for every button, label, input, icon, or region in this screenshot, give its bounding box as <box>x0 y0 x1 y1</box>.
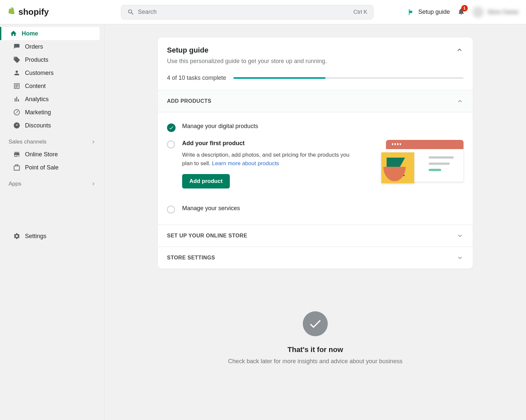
person-icon <box>13 69 20 77</box>
progress-text: 4 of 10 tasks complete <box>167 75 226 81</box>
section-head-store-settings[interactable]: STORE SETTINGS <box>158 247 473 269</box>
marketing-icon <box>13 109 20 116</box>
orders-icon <box>13 43 20 50</box>
chevron-right-icon <box>90 181 96 187</box>
logo-text: shopify <box>18 7 49 17</box>
progress-fill <box>233 77 325 79</box>
chevron-down-icon <box>456 232 464 239</box>
analytics-icon <box>13 96 20 103</box>
sidebar-item-settings[interactable]: Settings <box>3 230 101 243</box>
notification-badge: 1 <box>461 5 468 11</box>
content-icon <box>13 82 20 90</box>
shopify-logo[interactable]: shopify <box>7 7 49 17</box>
store-icon <box>13 151 20 158</box>
apps-header[interactable]: Apps <box>0 174 104 190</box>
section-store-settings: STORE SETTINGS <box>158 247 473 269</box>
sales-channels-header[interactable]: Sales channels <box>0 132 104 148</box>
empty-state-title: That's it for now <box>158 345 473 354</box>
main-content: Setup guide Use this personalized guide … <box>105 24 526 420</box>
check-circle-icon <box>167 123 176 132</box>
setup-guide-subtitle: Use this personalized guide to get your … <box>167 58 456 65</box>
topbar: shopify Search Ctrl K Setup guide 1 Stor… <box>0 0 526 24</box>
task-add-first-product[interactable]: Add your first product Write a descripti… <box>167 136 464 192</box>
sidebar-item-point-of-sale[interactable]: Point of Sale <box>3 161 101 174</box>
avatar <box>472 7 484 18</box>
user-menu[interactable]: Store Owner <box>472 7 519 18</box>
section-add-products: ADD PRODUCTS Manage your digital product… <box>158 90 473 225</box>
home-icon <box>10 30 17 37</box>
chevron-up-icon <box>456 98 464 105</box>
task-description: Write a description, add photos, and set… <box>182 151 353 167</box>
checkmark-circle-icon <box>303 311 328 336</box>
sidebar-item-online-store[interactable]: Online Store <box>3 148 101 161</box>
chevron-down-icon <box>456 254 464 261</box>
tag-icon <box>13 56 20 63</box>
search-shortcut: Ctrl K <box>353 9 368 15</box>
flag-icon <box>408 9 415 16</box>
sidebar-item-orders[interactable]: Orders <box>3 40 101 53</box>
setup-guide-link[interactable]: Setup guide <box>408 9 450 16</box>
learn-more-link[interactable]: Learn more about products <box>212 160 279 166</box>
add-product-button[interactable]: Add product <box>182 174 230 188</box>
sidebar-item-products[interactable]: Products <box>3 53 101 66</box>
section-head-online-store[interactable]: SET UP YOUR ONLINE STORE <box>158 225 473 247</box>
setup-guide-card: Setup guide Use this personalized guide … <box>158 37 473 269</box>
task-manage-digital-products[interactable]: Manage your digital products <box>167 119 464 136</box>
sidebar-item-customers[interactable]: Customers <box>3 66 101 79</box>
sidebar-item-discounts[interactable]: Discounts <box>3 119 101 132</box>
pos-icon <box>13 164 20 171</box>
discounts-icon <box>13 122 20 129</box>
chevron-up-icon[interactable] <box>456 46 464 54</box>
gear-icon <box>13 232 20 240</box>
progress-bar <box>233 77 464 79</box>
search-icon <box>127 9 134 16</box>
sidebar-item-marketing[interactable]: Marketing <box>3 106 101 119</box>
shopify-bag-icon <box>7 7 16 17</box>
sidebar: Home Orders Products Customers Content A… <box>0 24 105 420</box>
search-placeholder: Search <box>138 9 353 15</box>
dotted-circle-icon <box>167 206 175 213</box>
search-input[interactable]: Search Ctrl K <box>121 5 373 19</box>
section-head-add-products[interactable]: ADD PRODUCTS <box>158 90 473 112</box>
dotted-circle-icon <box>167 141 175 148</box>
empty-state-text: Check back later for more insights and a… <box>158 358 473 365</box>
sidebar-item-home[interactable]: Home <box>0 27 100 40</box>
sidebar-item-analytics[interactable]: Analytics <box>3 93 101 106</box>
product-illustration <box>381 140 464 186</box>
sidebar-item-content[interactable]: Content <box>3 79 101 93</box>
task-manage-services[interactable]: Manage your services <box>167 201 464 218</box>
empty-state: That's it for now Check back later for m… <box>158 311 473 365</box>
section-setup-online-store: SET UP YOUR ONLINE STORE <box>158 225 473 247</box>
notifications-button[interactable]: 1 <box>457 8 465 17</box>
chevron-right-icon <box>90 139 96 145</box>
setup-guide-title: Setup guide <box>167 46 456 55</box>
